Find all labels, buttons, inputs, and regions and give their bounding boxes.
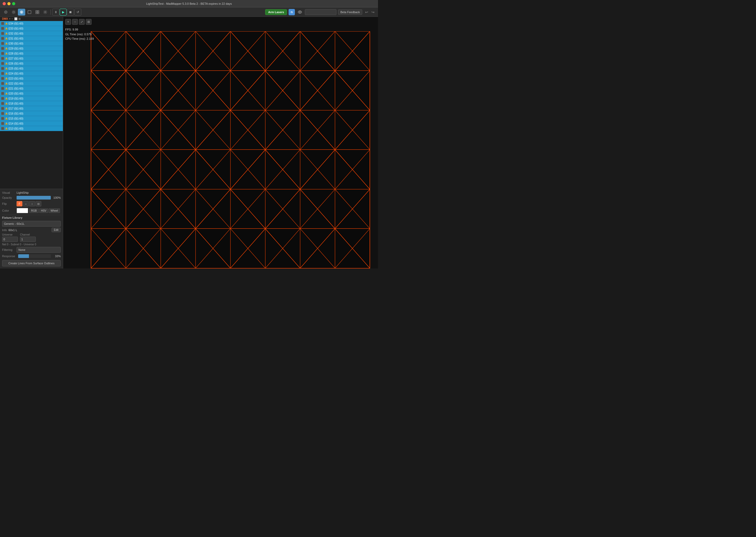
edit-btn[interactable]: Edit — [52, 228, 61, 232]
traffic-lights — [3, 2, 15, 5]
create-lines-btn[interactable]: Create Lines From Surface Outlines — [2, 260, 61, 267]
dmx-item[interactable]: 🔒 l225 (0|1-60) — [0, 66, 63, 71]
dmx-item[interactable]: 🔒 l227 (0|1-60) — [0, 56, 63, 61]
minimize-button[interactable] — [7, 2, 11, 5]
dmx-item[interactable]: 🔒 l221 (0|1-60) — [0, 86, 63, 91]
flip-v-btn[interactable]: ↕ — [29, 201, 35, 206]
dmx-checkbox[interactable] — [1, 47, 4, 50]
dmx-nav-btn[interactable] — [2, 9, 10, 16]
dmx-checkbox[interactable] — [1, 102, 4, 105]
flip-h-btn[interactable]: ↔ — [23, 201, 29, 206]
dmx-item[interactable]: 🔒 l213 (0|1-60) — [0, 126, 63, 131]
dmx-item[interactable]: 🔒 l230 (0|1-60) — [0, 41, 63, 46]
n-button[interactable]: n — [288, 9, 295, 15]
dmx-checkbox[interactable] — [1, 57, 4, 60]
pause-btn[interactable]: ⏸ — [52, 9, 59, 16]
dmx-split-btn[interactable]: ⊞ — [19, 18, 20, 20]
dmx-checkbox[interactable] — [1, 77, 4, 80]
dmx-checkbox[interactable] — [1, 22, 4, 25]
laser-pattern-canvas[interactable] — [83, 31, 378, 268]
dmx-lock-icon: 🔒 — [5, 102, 8, 105]
shape-nav-btn[interactable] — [26, 9, 33, 16]
maximize-button[interactable] — [12, 2, 15, 5]
dmx-item-label: l218 (0|1-60) — [8, 102, 23, 105]
response-slider[interactable] — [18, 254, 51, 258]
dmx-item[interactable]: 🔒 l228 (0|1-60) — [0, 51, 63, 56]
dmx-item[interactable]: 🔒 l224 (0|1-60) — [0, 71, 63, 76]
play-btn[interactable]: ▶ — [60, 9, 66, 16]
dmx-checkbox[interactable] — [1, 32, 4, 35]
dmx-lock-icon: 🔒 — [5, 87, 8, 90]
rgb-btn[interactable]: RGB — [29, 208, 39, 213]
dmx-checkbox[interactable] — [1, 52, 4, 55]
dmx-item[interactable]: 🔒 l219 (0|1-60) — [0, 96, 63, 101]
dmx-item[interactable]: 🔒 l223 (0|1-60) — [0, 76, 63, 81]
dmx-minus-btn[interactable]: − — [12, 18, 13, 20]
opacity-slider[interactable] — [17, 196, 51, 199]
dmx-item[interactable]: 🔒 l222 (0|1-60) — [0, 81, 63, 86]
dmx-checkbox[interactable] — [1, 82, 4, 85]
dmx-checkbox[interactable] — [1, 122, 4, 125]
dmx-item[interactable]: 🔒 l215 (0|1-60) — [0, 116, 63, 121]
filtering-row: Filtering None — [2, 247, 61, 253]
universe-input[interactable] — [2, 237, 18, 242]
settings-nav-btn[interactable] — [42, 9, 49, 16]
dmx-item[interactable]: 🔒 l231 (0|1-60) — [0, 36, 63, 41]
dmx-item[interactable]: 🔒 l229 (0|1-60) — [0, 46, 63, 51]
group-nav-btn[interactable] — [34, 9, 41, 16]
dmx-expand-btn[interactable]: ⬜ — [14, 18, 18, 20]
dmx-item[interactable]: 🔒 l220 (0|1-60) — [0, 91, 63, 96]
dmx-checkbox[interactable] — [1, 117, 4, 120]
output-select[interactable] — [305, 9, 336, 15]
color-swatch[interactable] — [17, 208, 28, 213]
dmx-checkbox[interactable] — [1, 67, 4, 70]
fixture-select[interactable]: Generic - 60x1L — [2, 221, 61, 227]
dmx-add-btn[interactable]: + — [9, 18, 11, 20]
dmx-item[interactable]: 🔒 l234 (0|1-60) — [0, 21, 63, 26]
canvas-fit-btn[interactable]: ⤢ — [79, 19, 85, 25]
dmx-item[interactable]: 🔒 l214 (0|1-60) — [0, 121, 63, 126]
beta-feedback-btn[interactable]: Beta Feedback — [338, 10, 362, 15]
preview-toggle-btn[interactable] — [296, 9, 303, 16]
dmx-checkbox[interactable] — [1, 42, 4, 45]
flip-f-btn[interactable]: F — [17, 201, 22, 206]
hsv-btn[interactable]: HSV — [39, 208, 48, 213]
canvas-minus-btn[interactable]: − — [72, 19, 78, 25]
dmx-checkbox[interactable] — [1, 92, 4, 95]
dmx-checkbox[interactable] — [1, 97, 4, 100]
laser-nav-btn[interactable] — [18, 9, 25, 16]
dmx-item[interactable]: 🔒 l226 (0|1-60) — [0, 61, 63, 66]
svg-rect-13 — [28, 11, 31, 14]
dmx-item[interactable]: 🔒 l216 (0|1-60) — [0, 111, 63, 116]
dmx-checkbox[interactable] — [1, 62, 4, 65]
undo-btn[interactable]: ↩ — [364, 9, 370, 15]
sun-nav-btn[interactable] — [10, 9, 18, 16]
dmx-header: DMX + − ⬜ ⊞ — [0, 17, 63, 21]
dmx-item[interactable]: 🔒 l218 (0|1-60) — [0, 101, 63, 106]
dmx-checkbox[interactable] — [1, 127, 4, 130]
dmx-checkbox[interactable] — [1, 27, 4, 30]
dmx-checkbox[interactable] — [1, 107, 4, 110]
flip-hv-btn[interactable]: ⊟ — [35, 201, 41, 206]
wheel-btn[interactable]: Wheel — [49, 208, 60, 213]
canvas-grid-btn[interactable]: ⊞ — [86, 19, 92, 25]
arm-lasers-button[interactable]: Arm Lasers — [265, 9, 287, 15]
dmx-checkbox[interactable] — [1, 37, 4, 40]
canvas-add-btn[interactable]: + — [65, 19, 71, 25]
dmx-checkbox[interactable] — [1, 87, 4, 90]
main-canvas: + − ⤢ ⊞ FPS: 9.99 GL Time (ms): 0.579 CP… — [63, 17, 378, 268]
dmx-checkbox[interactable] — [1, 112, 4, 115]
dmx-item[interactable]: 🔒 l232 (0|1-60) — [0, 31, 63, 36]
reset-btn[interactable]: ↺ — [74, 9, 81, 16]
dmx-item[interactable]: 🔒 l217 (0|1-60) — [0, 106, 63, 111]
flip-buttons: F ↔ ↕ ⊟ — [17, 201, 41, 206]
flip-label: Flip — [2, 202, 17, 205]
dmx-checkbox[interactable] — [1, 72, 4, 75]
redo-btn[interactable]: ↪ — [370, 9, 376, 15]
close-button[interactable] — [3, 2, 6, 5]
filtering-select[interactable]: None — [17, 247, 61, 253]
dmx-item[interactable]: 🔒 l233 (0|1-60) — [0, 26, 63, 31]
channel-input[interactable] — [20, 237, 36, 242]
stop-btn[interactable]: ⏹ — [67, 9, 74, 16]
undo-redo-group: ↩ ↪ — [364, 9, 376, 15]
